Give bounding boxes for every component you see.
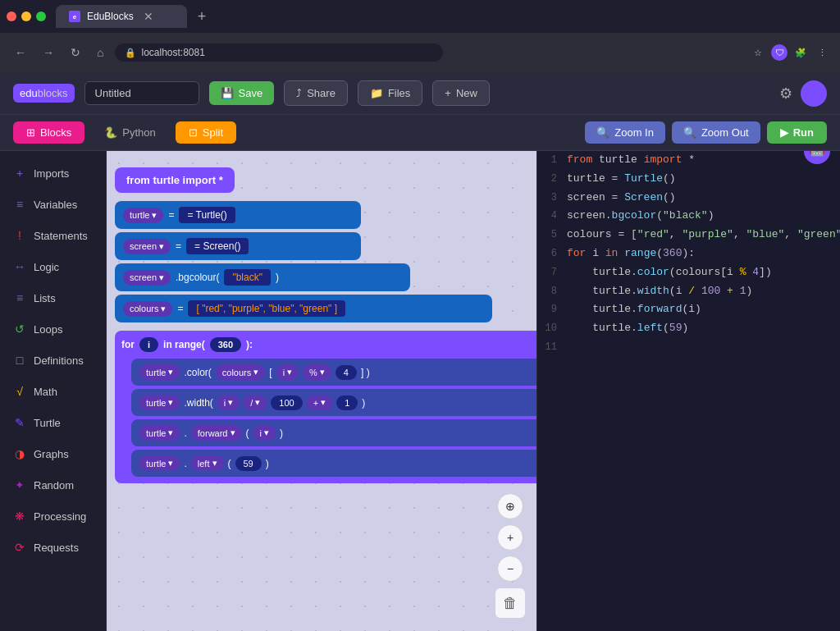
browser-icons: ☆ 🛡 🧩 ⋮ [750, 44, 830, 61]
bgcolour-block[interactable]: screen ▾ .bgcolour( "black" ) [115, 263, 410, 291]
sidebar-item-definitions[interactable]: □ Definitions [0, 345, 106, 376]
left-dropdown[interactable]: left ▾ [191, 455, 224, 471]
i-pill: i [139, 337, 158, 352]
color-brackets-close: ] ) [361, 367, 370, 378]
sidebar-item-turtle[interactable]: ✎ Turtle [0, 407, 106, 438]
screen-dropdown[interactable]: screen ▾ [123, 239, 171, 254]
i-color-dropdown[interactable]: i ▾ [276, 364, 299, 380]
screen-bgcolour-dropdown[interactable]: screen ▾ [123, 270, 171, 286]
back-button[interactable]: ← [10, 43, 31, 62]
zoom-plus-btn[interactable]: + [497, 524, 523, 551]
zoom-in-button[interactable]: 🔍 Zoom In [585, 121, 665, 144]
sidebar-item-requests[interactable]: ⟳ Requests [0, 532, 106, 563]
random-icon: ✦ [12, 478, 27, 492]
statements-icon: ! [12, 228, 27, 243]
sidebar-item-imports[interactable]: + Imports [0, 158, 106, 189]
shield-icon[interactable]: 🛡 [771, 44, 788, 61]
turtle-color-dropdown[interactable]: turtle ▾ [139, 364, 180, 380]
sidebar-item-processing[interactable]: ❋ Processing [0, 501, 106, 532]
puzzle-icon[interactable]: 🧩 [792, 44, 809, 61]
div-dropdown[interactable]: / ▾ [244, 395, 267, 410]
for-loop-block[interactable]: for i in range( 360 ): turtle ▾ .color( … [115, 331, 536, 483]
new-button[interactable]: + New [432, 80, 490, 106]
traffic-lights [7, 11, 46, 21]
code-line-7: 7 turtle.color(colours[i % 4]) [537, 263, 840, 282]
sidebar-item-graphs[interactable]: ◑ Graphs [0, 438, 106, 469]
zoom-in-icon: 🔍 [596, 126, 609, 139]
sidebar-item-math[interactable]: √ Math [0, 376, 106, 407]
turtle-assign-block[interactable]: turtle ▾ = = Turtle() [115, 201, 361, 229]
project-title-input[interactable] [84, 81, 199, 105]
sidebar-item-statements[interactable]: ! Statements [0, 220, 106, 251]
user-avatar[interactable] [801, 80, 827, 107]
browser-tab[interactable]: e EduBlocks ✕ [56, 5, 187, 28]
run-icon: ▶ [780, 126, 788, 139]
new-tab-button[interactable]: + [190, 5, 213, 28]
minimize-button[interactable] [21, 11, 31, 21]
left-open-paren: ( [228, 458, 231, 469]
code-line-11: 11 [537, 338, 840, 356]
sidebar-item-random[interactable]: ✦ Random [0, 469, 106, 501]
tab-blocks-button[interactable]: ⊞ Blocks [13, 121, 84, 144]
menu-icon[interactable]: ⋮ [814, 44, 830, 61]
tab-split-button[interactable]: ⊡ Split [176, 121, 236, 144]
colours-var-dropdown[interactable]: colours ▾ [216, 364, 265, 380]
sidebar-item-lists[interactable]: ≡ Lists [0, 282, 106, 313]
browser-controls: ← → ↻ ⌂ 🔒 localhost:8081 ☆ 🛡 🧩 ⋮ [0, 33, 840, 72]
colours-value: [ "red", "purple", "blue", "green" ] [188, 300, 345, 317]
forward-block[interactable]: turtle ▾ . forward ▾ ( i ▾ ) [131, 419, 536, 446]
requests-label: Requests [34, 542, 79, 554]
maximize-button[interactable] [36, 11, 46, 21]
width-block[interactable]: turtle ▾ .width( i ▾ / ▾ 100 + ▾ 1 ) [131, 389, 536, 416]
i-forward-dropdown[interactable]: i ▾ [253, 425, 276, 441]
forward-open-paren: ( [246, 428, 249, 439]
close-button[interactable] [7, 11, 16, 21]
width-plus-val: 1 [336, 396, 358, 410]
sidebar-item-loops[interactable]: ↺ Loops [0, 313, 106, 345]
sidebar-item-logic[interactable]: ↔ Logic [0, 251, 106, 282]
star-icon[interactable]: ☆ [750, 44, 766, 61]
url-bar[interactable]: 🔒 localhost:8081 [115, 43, 443, 62]
settings-icon[interactable]: ⚙ [779, 85, 792, 103]
files-icon: 📁 [370, 87, 383, 99]
colours-assign-equals: = [177, 303, 183, 314]
plus-dropdown[interactable]: + ▾ [307, 395, 332, 410]
colours-dropdown[interactable]: colours ▾ [123, 301, 172, 317]
imports-icon: + [12, 166, 27, 181]
home-button[interactable]: ⌂ [92, 43, 108, 62]
reload-button[interactable]: ↻ [66, 43, 85, 62]
canvas-controls: ⊕ + − [497, 493, 523, 582]
screen-assign-block[interactable]: screen ▾ = = Screen() [115, 232, 361, 260]
target-icon[interactable]: ⊕ [497, 493, 523, 519]
zoom-minus-btn[interactable]: − [497, 556, 523, 582]
trash-icon[interactable]: 🗑 [495, 588, 525, 618]
save-button[interactable]: 💾 Save [209, 81, 275, 105]
forward-close-paren: ) [280, 428, 283, 439]
zoom-out-button[interactable]: 🔍 Zoom Out [672, 121, 760, 144]
modulo-dropdown[interactable]: % ▾ [303, 364, 331, 380]
turtle-forward-dropdown[interactable]: turtle ▾ [139, 425, 180, 441]
turtle-left-dropdown[interactable]: turtle ▾ [139, 455, 180, 471]
forward-button[interactable]: → [38, 43, 59, 62]
forward-dropdown[interactable]: forward ▾ [191, 425, 242, 441]
python-icon: 🐍 [104, 126, 117, 139]
colours-assign-block[interactable]: colours ▾ = [ "red", "purple", "blue", "… [115, 295, 492, 322]
tab-python-button[interactable]: 🐍 Python [91, 121, 168, 144]
i-width-dropdown[interactable]: i ▾ [217, 395, 240, 410]
sidebar-item-variables[interactable]: ≡ Variables [0, 189, 106, 220]
assign-equals: = [168, 209, 174, 221]
run-button[interactable]: ▶ Run [767, 121, 827, 144]
turtle-dropdown[interactable]: turtle ▾ [123, 208, 163, 223]
for-keyword: for [121, 339, 135, 350]
import-block[interactable]: from turtle import * [115, 167, 235, 193]
app-header: edublocks 💾 Save ⤴ Share 📁 Files + New ⚙ [0, 72, 840, 115]
left-block[interactable]: turtle ▾ . left ▾ ( 59 ) [131, 450, 536, 477]
files-button[interactable]: 📁 Files [358, 80, 422, 106]
logo-edu: edu [20, 87, 38, 99]
tab-close-icon[interactable]: ✕ [144, 10, 153, 23]
code-line-9: 9 turtle.forward(i) [537, 300, 840, 319]
color-block[interactable]: turtle ▾ .color( colours ▾ [ i ▾ % ▾ 4 ]… [131, 359, 536, 386]
share-button[interactable]: ⤴ Share [284, 80, 348, 106]
color-bracket-open: [ [269, 367, 272, 378]
turtle-width-dropdown[interactable]: turtle ▾ [139, 395, 180, 410]
